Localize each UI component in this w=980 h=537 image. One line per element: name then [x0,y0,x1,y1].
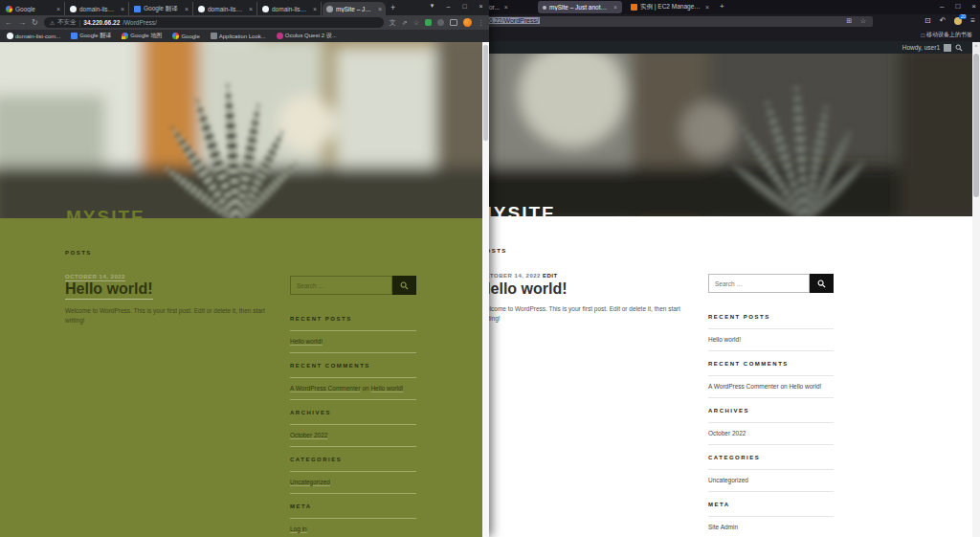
menu-icon[interactable]: ⋮ [478,19,484,27]
tab-close-icon[interactable]: × [613,4,617,11]
tab-close-icon[interactable]: × [56,6,60,12]
edit-link[interactable]: EDIT [543,273,558,279]
comment-post-link[interactable]: Hello world! [370,385,403,392]
back-icon[interactable]: ← [5,18,12,27]
google-icon [172,33,179,39]
share-icon[interactable]: ⇗ [402,19,408,27]
tab-close-icon[interactable]: × [185,6,189,12]
screenshot-icon[interactable]: ⊡ [924,16,931,25]
tab-close-icon[interactable]: × [705,4,709,11]
tab-mysite-active[interactable]: mySite – Just ano... × [323,2,386,15]
scrollbar[interactable]: ^ [972,42,980,537]
bookmark-item[interactable]: Google [172,33,199,39]
extension-icon[interactable] [425,19,432,26]
archive-link[interactable]: October 2022 [290,432,327,438]
category-link[interactable]: Uncategorized [708,477,748,483]
extension-icon[interactable] [437,19,444,26]
tab-close-icon[interactable]: × [313,6,317,12]
forward-icon[interactable]: → [18,18,26,27]
recent-post-link[interactable]: Hello world! [708,336,741,343]
tab-ec2-console[interactable]: 实例 | EC2 Management Con... × [626,1,714,13]
bookmark-label: Google 翻译 [79,32,111,40]
tab-close-icon[interactable]: × [378,6,382,12]
widget-title: CATEGORIES [290,457,416,472]
account-avatar[interactable]: 20 [954,17,962,25]
widget-archives: ARCHIVES October 2022 [290,410,416,447]
tab-close-icon[interactable]: × [504,4,508,11]
maximize-button[interactable]: □ [457,3,473,10]
translate-icon [71,33,78,39]
tab-close-icon[interactable]: × [121,6,124,12]
tab-title: domain-list-com [79,6,116,12]
search-button[interactable] [810,274,834,293]
undo-icon[interactable]: ↶ [940,16,947,25]
comment-post-link[interactable]: Hello world! [789,383,821,390]
post-title[interactable]: Hello world! [479,280,568,298]
scrollbar-thumb[interactable] [973,54,979,197]
close-button[interactable]: × [473,3,489,10]
tab-domain-list[interactable]: domain-list-com × [194,2,257,15]
bookmark-item[interactable]: Application Look... [211,33,266,39]
search-icon[interactable] [955,44,963,52]
page-action-icon[interactable]: ⊞ [846,17,852,25]
menu-icon[interactable]: ≡ [970,16,975,25]
scrollbar-up-arrow[interactable]: ^ [972,42,980,53]
tab-mysite-active[interactable]: mySite – Just another WordP... × [538,1,622,13]
minimize-button[interactable]: – [440,3,457,10]
widget-title: META [290,503,416,519]
wordpress-icon [326,6,333,12]
bookmark-item[interactable]: Oculus Quest 2 设... [277,32,337,40]
avatar[interactable] [944,44,951,52]
widget-meta: META Log in Entries RSS [290,503,416,537]
tab-search-icon[interactable]: ▾ [424,2,440,10]
reload-icon[interactable]: ↻ [32,18,38,27]
tab-domain-list[interactable]: domain-list-com × [66,2,129,15]
bookmark-star-icon[interactable]: ☆ [413,19,419,27]
translate-action-icon[interactable]: 文 [390,18,396,28]
site-admin-link[interactable]: Site Admin [708,524,738,530]
site-title[interactable]: MYSITE [66,207,145,218]
security-label[interactable]: 不安全 [57,18,77,27]
tab-title: domain-list-com [208,6,244,12]
tab-google[interactable]: Google × [2,2,65,15]
comment-author-link[interactable]: A WordPress Commenter [290,385,361,392]
close-button[interactable]: × [971,2,976,11]
post-date[interactable]: OCTOBER 14, 2022 [480,273,541,279]
new-tab-button[interactable]: + [390,3,395,12]
bookmark-item[interactable]: Google 地图 [122,32,162,40]
recent-post-link[interactable]: Hello world! [290,338,323,345]
widget-recent-comments: RECENT COMMENTS A WordPress Commenter on… [290,363,416,400]
widget-title: ARCHIVES [290,410,416,425]
new-tab-button[interactable]: + [720,2,724,11]
search-button[interactable] [392,276,416,295]
post-title[interactable]: Hello world! [65,280,153,298]
tab-title: 实例 | EC2 Management Con... [640,3,701,11]
category-link[interactable]: Uncategorized [290,479,330,485]
bookmark-star-icon[interactable]: ☆ [860,17,866,25]
tab-google-translate[interactable]: Google 翻译 × [130,2,193,15]
side-panel-icon[interactable] [450,19,457,26]
comment-author-link[interactable]: A WordPress Commenter [708,383,779,390]
howdy-text[interactable]: Howdy, user1 [902,44,940,51]
tab-domain-list[interactable]: domain-list-com × [258,2,322,15]
minimize-button[interactable]: – [940,2,944,11]
log-in-link[interactable]: Log in [290,526,307,532]
maximize-button[interactable]: □ [955,2,960,11]
address-bar[interactable]: ⚠ 不安全 | 34.220.66.22/WordPress/ [44,17,384,28]
archive-link[interactable]: October 2022 [708,430,746,436]
bookmark-item[interactable]: domain-list-com... [7,33,60,39]
profile-avatar[interactable] [463,18,472,27]
bookmark-label: domain-list-com... [15,34,60,39]
list-item: Uncategorized [708,470,834,492]
scrollbar[interactable] [482,42,489,537]
tab-close-icon[interactable]: × [249,6,253,12]
search-input[interactable] [708,274,810,293]
search-icon [817,280,826,288]
bookmark-item[interactable]: Google 翻译 [71,32,111,40]
scrollbar-thumb[interactable] [483,45,488,141]
github-icon [198,6,205,12]
github-icon [7,33,13,39]
search-input[interactable] [290,276,392,295]
bookmark-label: Google 地图 [130,32,162,40]
mobile-bookmarks[interactable]: □移动设备上的书签 [921,31,972,39]
